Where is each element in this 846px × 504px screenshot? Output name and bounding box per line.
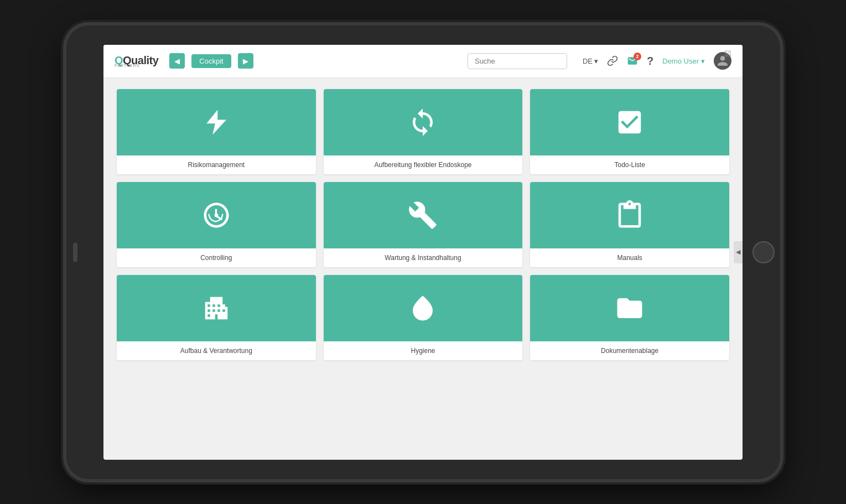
tile-risikomanagement[interactable]: Risikomanagement xyxy=(117,89,316,174)
folder-icon xyxy=(615,293,645,323)
tile-wartung[interactable]: Wartung & Instandhaltung xyxy=(324,182,523,267)
lightning-icon xyxy=(201,107,231,137)
notification-button[interactable]: 2 xyxy=(627,55,638,66)
tile-icon-area xyxy=(117,275,316,341)
tile-controlling[interactable]: Controlling xyxy=(117,182,316,267)
tile-icon-area xyxy=(324,182,523,248)
svg-point-0 xyxy=(214,213,218,217)
gauge-icon xyxy=(201,200,231,230)
tile-label: Todo-Liste xyxy=(530,155,729,174)
notification-badge: 2 xyxy=(634,53,641,60)
tile-icon-area xyxy=(530,275,729,341)
main-content: Risikomanagement Aufbereitung flexibler … xyxy=(103,78,743,460)
tile-label: Aufbau & Verantwortung xyxy=(117,341,316,360)
tile-label: Wartung & Instandhaltung xyxy=(324,248,523,267)
tile-aufbau[interactable]: Aufbau & Verantwortung xyxy=(117,275,316,360)
building-icon xyxy=(201,293,231,323)
language-button[interactable]: DE ▾ xyxy=(583,57,598,65)
corner-icon: ☑ xyxy=(724,49,731,58)
help-button[interactable]: ? xyxy=(647,55,653,67)
checkbox-icon xyxy=(615,107,645,137)
tile-todo[interactable]: Todo-Liste xyxy=(530,89,729,174)
tile-icon-area xyxy=(530,89,729,155)
tablet-home-button[interactable] xyxy=(752,241,775,263)
drop-icon xyxy=(408,293,438,323)
tile-icon-area xyxy=(117,89,316,155)
tile-label: Controlling xyxy=(117,248,316,267)
logo: QQuality PARTNERS xyxy=(115,54,158,67)
tile-icon-area xyxy=(117,182,316,248)
header: QQuality PARTNERS ◀ Cockpit ▶ DE ▾ xyxy=(103,45,743,78)
tablet-frame: ☑ QQuality PARTNERS ◀ Cockpit ▶ DE ▾ xyxy=(66,25,780,479)
tile-icon-area xyxy=(324,89,523,155)
sidebar-collapse-arrow[interactable]: ◀ xyxy=(734,241,743,263)
user-menu-button[interactable]: Demo User ▾ xyxy=(662,57,705,65)
cockpit-button[interactable]: Cockpit xyxy=(191,54,231,68)
tile-label: Manuals xyxy=(530,248,729,267)
tile-dokumenten[interactable]: Dokumentenablage xyxy=(530,275,729,360)
tile-icon-area xyxy=(530,182,729,248)
refresh-icon xyxy=(408,107,438,137)
logo-area: QQuality PARTNERS xyxy=(115,54,158,67)
link-icon-button[interactable] xyxy=(607,55,618,66)
link-icon xyxy=(607,55,618,66)
wrench-icon xyxy=(408,200,438,230)
tile-manuals[interactable]: Manuals xyxy=(530,182,729,267)
forward-button[interactable]: ▶ xyxy=(238,53,253,69)
tiles-grid: Risikomanagement Aufbereitung flexibler … xyxy=(117,89,729,360)
tile-hygiene[interactable]: Hygiene xyxy=(324,275,523,360)
tile-label: Dokumentenablage xyxy=(530,341,729,360)
tile-aufbereitung[interactable]: Aufbereitung flexibler Endoskope xyxy=(324,89,523,174)
tile-label: Risikomanagement xyxy=(117,155,316,174)
tile-label: Aufbereitung flexibler Endoskope xyxy=(324,155,523,174)
search-input[interactable] xyxy=(468,53,567,69)
clipboard-icon xyxy=(615,200,645,230)
tablet-side-button xyxy=(73,242,77,262)
screen: ☑ QQuality PARTNERS ◀ Cockpit ▶ DE ▾ xyxy=(103,45,743,460)
header-actions: DE ▾ 2 ? xyxy=(583,52,731,70)
tile-icon-area xyxy=(324,275,523,341)
tile-label: Hygiene xyxy=(324,341,523,360)
back-button[interactable]: ◀ xyxy=(169,53,185,69)
